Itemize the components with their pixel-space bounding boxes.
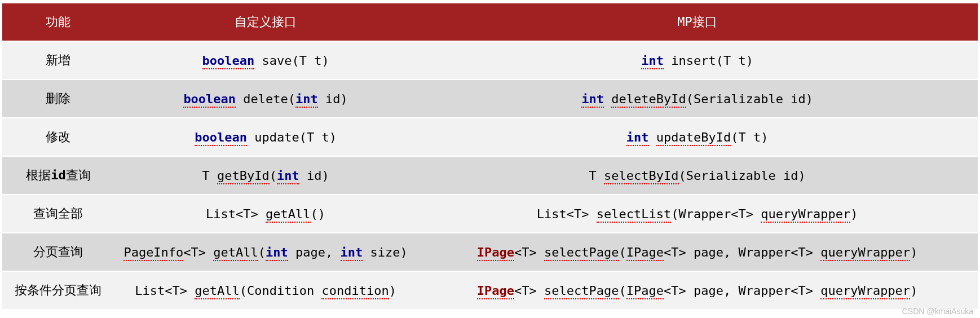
table-row: 根据id查询T getById(int id)T selectById(Seri… <box>2 156 978 195</box>
cell-custom: boolean delete(int id) <box>114 80 417 118</box>
cell-custom: T getById(int id) <box>114 156 417 195</box>
api-comparison-table: 功能 自定义接口 MP接口 新增boolean save(T t)int ins… <box>2 2 978 310</box>
cell-feature: 删除 <box>2 80 114 118</box>
cell-custom: List<T> getAll() <box>114 195 417 233</box>
table-row: 查询全部List<T> getAll()List<T> selectList(W… <box>2 195 978 233</box>
cell-feature: 修改 <box>2 118 114 156</box>
watermark: CSDN @kmaiAsuka <box>902 307 973 312</box>
table-body: 新增boolean save(T t)int insert(T t)删除bool… <box>2 41 978 310</box>
cell-custom: List<T> getAll(Condition condition) <box>114 271 417 310</box>
header-feature: 功能 <box>2 3 114 41</box>
table-row: 修改boolean update(T t)int updateById(T t) <box>2 118 978 156</box>
cell-feature: 分页查询 <box>2 233 114 271</box>
header-mp: MP接口 <box>417 3 978 41</box>
cell-mp: int insert(T t) <box>417 41 978 80</box>
cell-mp: int deleteById(Serializable id) <box>417 80 978 118</box>
cell-mp: IPage<T> selectPage(IPage<T> page, Wrapp… <box>417 271 978 310</box>
table-header-row: 功能 自定义接口 MP接口 <box>2 3 978 41</box>
cell-feature: 按条件分页查询 <box>2 271 114 310</box>
table-row: 新增boolean save(T t)int insert(T t) <box>2 41 978 80</box>
cell-mp: IPage<T> selectPage(IPage<T> page, Wrapp… <box>417 233 978 271</box>
table-row: 按条件分页查询List<T> getAll(Condition conditio… <box>2 271 978 310</box>
cell-mp: List<T> selectList(Wrapper<T> queryWrapp… <box>417 195 978 233</box>
cell-custom: boolean update(T t) <box>114 118 417 156</box>
table-row: 删除boolean delete(int id)int deleteById(S… <box>2 80 978 118</box>
table-row: 分页查询PageInfo<T> getAll(int page, int siz… <box>2 233 978 271</box>
cell-feature: 查询全部 <box>2 195 114 233</box>
cell-mp: int updateById(T t) <box>417 118 978 156</box>
cell-feature: 新增 <box>2 41 114 80</box>
cell-custom: boolean save(T t) <box>114 41 417 80</box>
cell-custom: PageInfo<T> getAll(int page, int size) <box>114 233 417 271</box>
header-custom: 自定义接口 <box>114 3 417 41</box>
cell-feature: 根据id查询 <box>2 156 114 195</box>
cell-mp: T selectById(Serializable id) <box>417 156 978 195</box>
